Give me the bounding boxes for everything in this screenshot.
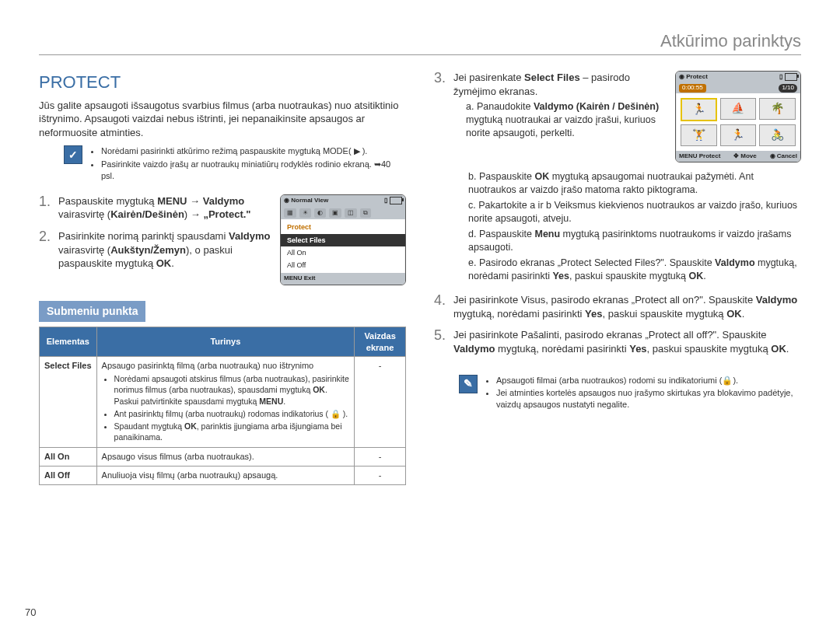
- table-cell-desc: Anuliuoja visų filmų (arba nuotraukų) ap…: [96, 467, 355, 485]
- table-cell-screen: -: [355, 357, 406, 448]
- step3c: c. Pakartokite a ir b Veiksmus kiekvieno…: [468, 199, 801, 225]
- page-number: 70: [25, 606, 36, 618]
- step2-text: Pasirinkite norimą parinktį spausdami Va…: [58, 229, 271, 271]
- table-header: Vaizdas ekrane: [355, 327, 406, 357]
- table-row: All On Apsaugo visus filmus (arba nuotra…: [40, 448, 406, 467]
- lcd-protect-label: Protect: [281, 221, 405, 233]
- step1-text: Paspauskite mygtuką MENU → Valdymo vaira…: [58, 194, 271, 222]
- lcd-menu-item: Select Files: [281, 234, 405, 246]
- step4-text: Jei pasirinkote Visus, pasirodo ekranas …: [453, 293, 801, 320]
- thumb: 🚴: [759, 124, 796, 146]
- callout2-item: Jei atminties kortelės apsaugos nuo įraš…: [496, 387, 801, 411]
- callout1-item: Norėdami pasirinkti atkūrimo režimą pasp…: [101, 145, 406, 157]
- table-header: Turinys: [96, 327, 355, 357]
- lcd-thumbs-title: ◉ Protect: [679, 73, 708, 82]
- step3b: b. Paspauskite OK mygtuką apsaugomai nuo…: [468, 170, 801, 197]
- lcd-menu-item: All On: [281, 246, 405, 259]
- lcd-menu-item: All Off: [281, 259, 405, 271]
- lcd-footer-left: MENU Exit: [284, 274, 315, 283]
- lcd-title: ◉ Normal View: [284, 197, 328, 205]
- table-cell-screen: -: [355, 467, 406, 485]
- step-number: 1.: [39, 194, 51, 208]
- table-cell-screen: -: [355, 448, 406, 467]
- note-callout-2: ✎ Apsaugoti filmai (arba nuotraukos) rod…: [459, 375, 801, 413]
- breadcrumb-bar: Atkūrimo parinktys: [39, 31, 801, 55]
- step3a: a. Panaudokite Valdymo (Kairėn / Dešinėn…: [466, 100, 666, 140]
- table-cell-elem: All On: [40, 448, 97, 467]
- camera-lcd-menu: ◉ Normal View ▯ ▦☀◐▣◫⧉ Protect Select Fi…: [280, 194, 406, 285]
- lcd-time: 0:00:55: [679, 84, 706, 93]
- left-column: PROTECT Jūs galite apsaugoti išsaugotus …: [39, 71, 406, 485]
- thumb: 🏃: [720, 124, 757, 146]
- step3e: e. Pasirodo ekranas „Protect Selected Fi…: [468, 257, 801, 283]
- thumb: 🏋️: [681, 124, 717, 146]
- table-cell-elem: All Off: [40, 467, 97, 485]
- step5-text: Jei pasirinkote Pašalinti, pasirodo ekra…: [453, 328, 801, 355]
- submenu-table: Elementas Turinys Vaizdas ekrane Select …: [39, 327, 406, 485]
- table-cell-desc: Apsaugo visus filmus (arba nuotraukas).: [96, 448, 355, 467]
- breadcrumb: Atkūrimo parinktys: [660, 31, 801, 51]
- section-heading: PROTECT: [39, 71, 406, 94]
- step3-lead: Jei pasirenkate Select Files – pasirodo …: [453, 71, 666, 140]
- table-row: All Off Anuliuoja visų filmų (arba nuotr…: [40, 467, 406, 485]
- right-column: 3. Jei pasirenkate Select Files – pasiro…: [434, 71, 801, 485]
- step-number: 3.: [434, 71, 446, 85]
- table-header: Elementas: [40, 327, 97, 357]
- subheading: Submeniu punkta: [39, 301, 145, 322]
- step3d: d. Paspauskite Menu mygtuką pasirinktoms…: [468, 228, 801, 254]
- callout2-item: Apsaugoti filmai (arba nuotraukos) rodom…: [496, 375, 801, 386]
- callout1-item: Pasirinkite vaizdo įrašų ar nuotraukų mi…: [101, 159, 406, 182]
- table-cell-desc: Apsaugo pasirinktą filmą (arba nuotrauką…: [96, 357, 355, 448]
- lcd-footer-right: ◉ Cancel: [770, 152, 797, 161]
- lcd-footer-left: MENU Protect: [679, 152, 720, 161]
- note-callout-1: ✓ Norėdami pasirinkti atkūrimo režimą pa…: [64, 145, 406, 183]
- lcd-footer-mid: ✥ Move: [733, 152, 757, 161]
- step-number: 4.: [434, 293, 446, 307]
- note-icon: ✎: [459, 375, 478, 393]
- thumb: 🌴: [759, 98, 796, 120]
- table-row: Select Files Apsaugo pasirinktą filmą (a…: [40, 357, 406, 448]
- lcd-count: 1/10: [779, 84, 797, 93]
- intro-paragraph: Jūs galite apsaugoti išsaugotus svarbius…: [39, 99, 406, 140]
- thumb: 🏃: [681, 98, 717, 121]
- camera-lcd-thumbs: ◉ Protect ▯ 0:00:55 1/10 🏃 ⛵ 🌴 🏋️ 🏃 🚴 ME…: [675, 71, 801, 162]
- table-cell-elem: Select Files: [40, 357, 97, 448]
- check-icon: ✓: [64, 145, 82, 164]
- step-number: 2.: [39, 229, 51, 243]
- thumb: ⛵: [720, 98, 757, 120]
- step-number: 5.: [434, 328, 446, 342]
